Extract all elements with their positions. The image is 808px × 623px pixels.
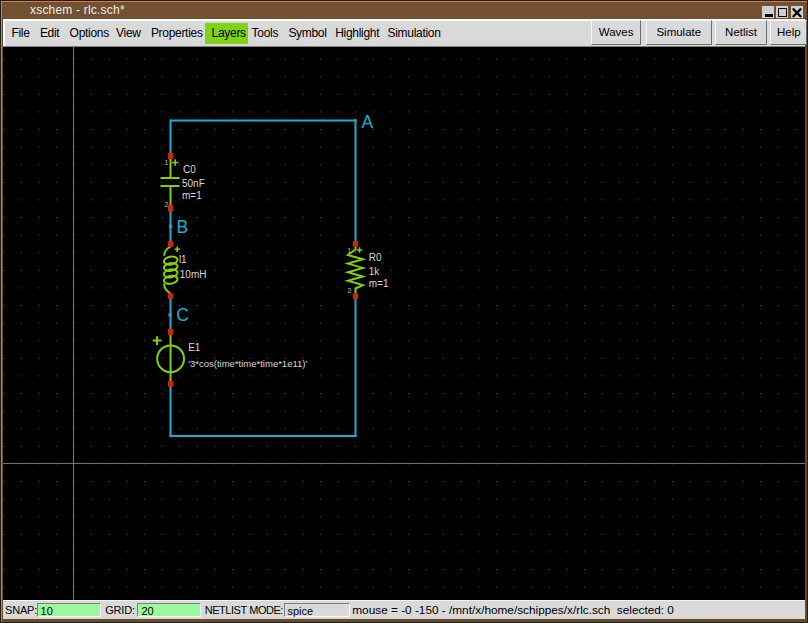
- svg-text:1: 1: [348, 247, 352, 254]
- svg-text:50nF: 50nF: [182, 178, 205, 189]
- svg-text:1: 1: [165, 159, 169, 166]
- svg-text:C: C: [176, 305, 189, 325]
- svg-text:10mH: 10mH: [180, 269, 207, 280]
- svg-text:1k: 1k: [369, 266, 381, 277]
- svg-text:R0: R0: [369, 252, 382, 263]
- svg-text:E1: E1: [188, 342, 201, 353]
- svg-text:'3*cos(time*time*time*1e11)': '3*cos(time*time*time*1e11)': [188, 358, 307, 369]
- svg-text:2: 2: [165, 201, 169, 208]
- svg-text:m=1: m=1: [369, 278, 389, 289]
- svg-text:A: A: [362, 112, 374, 132]
- svg-text:C0: C0: [183, 164, 196, 175]
- svg-text:B: B: [177, 217, 189, 237]
- svg-text:2: 2: [348, 287, 352, 294]
- svg-text:l1: l1: [179, 254, 187, 265]
- svg-text:m=1: m=1: [182, 190, 202, 201]
